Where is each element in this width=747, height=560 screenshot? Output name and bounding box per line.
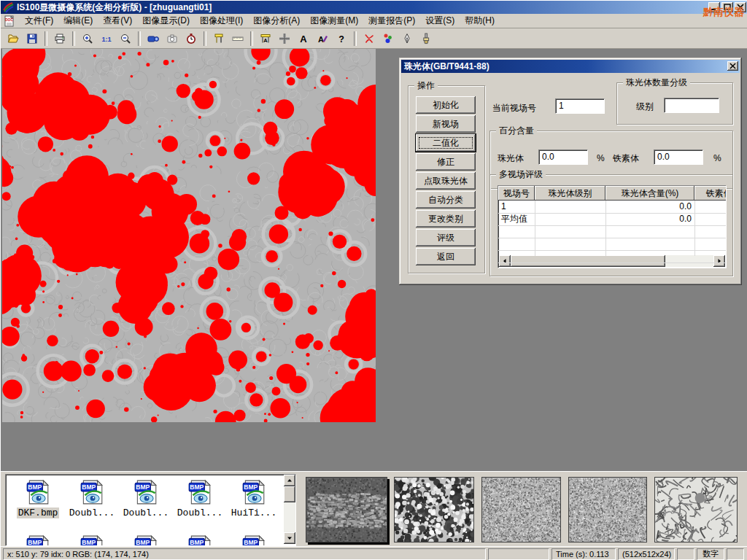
op-button-1[interactable]: 初始化 [416, 96, 476, 114]
scroll-left-button[interactable] [499, 255, 511, 267]
minimize-button[interactable] [708, 2, 720, 12]
file-item-partial[interactable]: BMP [228, 534, 280, 546]
pearlite-dialog: 珠光体(GB/T9441-88) 操作 初始化新视场二值化修正点取珠光体自动分类… [399, 58, 742, 285]
text-annotation-button[interactable]: A [294, 30, 313, 47]
file-item-HuiTi[interactable]: BMPHuiTi... [228, 479, 280, 518]
video-camera-button[interactable] [144, 30, 163, 47]
op-button-6[interactable]: 自动分类 [416, 191, 476, 209]
bmp-file-icon: BMP [25, 534, 51, 546]
count-grading-title: 珠光体数量分级 [623, 77, 690, 88]
op-button-9[interactable]: 返回 [416, 248, 476, 265]
op-button-4[interactable]: 修正 [416, 153, 476, 171]
file-item-Doubl[interactable]: BMPDoubl... [66, 479, 118, 518]
op-button-2[interactable]: 新视场 [416, 115, 476, 133]
menu-item-1[interactable]: 文件(F) [20, 13, 58, 28]
table-header-1[interactable]: 视场号 [498, 186, 535, 201]
svg-text:BMP: BMP [136, 483, 150, 491]
table-header-2[interactable]: 珠光体级别 [535, 186, 605, 201]
time-panel: Time (s): 0.113 [551, 548, 616, 560]
print-button[interactable] [50, 30, 69, 47]
file-item-DKFbmp[interactable]: BMPDKF.bmp [12, 479, 64, 518]
scroll-up-button[interactable] [284, 475, 295, 486]
open-file-button[interactable] [4, 30, 23, 47]
dialog-close-button[interactable] [727, 61, 738, 71]
scroll-thumb[interactable] [284, 486, 295, 502]
file-item-partial[interactable]: BMP [174, 534, 226, 546]
brush-tool-button[interactable] [417, 30, 436, 47]
menu-item-6[interactable]: 图像分析(A) [248, 13, 305, 28]
menu-item-10[interactable]: 帮助(H) [460, 13, 500, 28]
menu-item-9[interactable]: 设置(S) [420, 13, 460, 28]
ferrite-percent-input[interactable]: 0.0 [654, 149, 703, 165]
file-item-Doubl[interactable]: BMPDoubl... [120, 479, 172, 518]
curve-tool-button[interactable] [360, 30, 379, 47]
edit-annotation-button[interactable]: A [313, 30, 332, 47]
thumbnail-image [655, 478, 737, 542]
ferrite-percent-unit: % [713, 153, 721, 163]
multi-view-group: 多视场评级 视场号珠光体级别珠光体含量(%)铁素体含量(%)10.0平均值0.0 [489, 174, 733, 276]
current-view-input[interactable]: 1 [555, 98, 605, 114]
file-item-Doubl[interactable]: BMPDoubl... [174, 479, 226, 518]
file-list-scrollbar[interactable] [284, 475, 295, 544]
zoom-in-button[interactable] [78, 30, 97, 47]
svg-text:A: A [263, 37, 268, 44]
save-button[interactable] [23, 30, 42, 47]
scroll-right-button[interactable] [713, 255, 725, 267]
thumbnail-2[interactable] [394, 477, 474, 542]
pearlite-percent-unit: % [597, 153, 605, 163]
scroll-thumb[interactable] [511, 255, 665, 267]
scroll-down-button[interactable] [284, 532, 295, 544]
menu-item-2[interactable]: 编辑(E) [58, 13, 98, 28]
grid-line [535, 201, 535, 256]
op-button-5[interactable]: 点取珠光体 [416, 172, 476, 190]
menu-item-8[interactable]: 测量报告(P) [363, 13, 420, 28]
measure-label-button[interactable]: A [256, 30, 275, 47]
menu-item-4[interactable]: 图像显示(D) [137, 13, 195, 28]
table-horizontal-scrollbar[interactable] [499, 255, 725, 267]
file-item-partial[interactable]: BMP [12, 534, 64, 546]
thumbnail-4[interactable] [568, 477, 647, 542]
level-label: 级别 [636, 101, 654, 113]
file-item-partial[interactable]: BMP [66, 534, 118, 546]
thumbnail-1[interactable] [306, 477, 387, 542]
table-header-3[interactable]: 珠光体含量(%) [605, 186, 694, 201]
actual-size-button[interactable]: 1:1 [97, 30, 116, 47]
menu-item-5[interactable]: 图像处理(I) [195, 13, 248, 28]
maximize-button[interactable] [721, 2, 733, 12]
registration-icon [279, 33, 290, 44]
mdi-client-area: 珠光体(GB/T9441-88) 操作 初始化新视场二值化修正点取珠光体自动分类… [1, 49, 747, 471]
table-header-4[interactable]: 铁素体含量(%) [694, 186, 726, 201]
title-bar: IS100显微摄像系统(金相分析版) - [zhuguangti01] [1, 1, 747, 14]
level-input[interactable] [664, 98, 719, 113]
phase-particles-button[interactable] [379, 30, 398, 47]
file-browser[interactable]: BMPBMPBMPBMPBMPBMPHuiTi...BMPDoubl...BMP… [5, 474, 296, 546]
dialog-title-bar: 珠光体(GB/T9441-88) [401, 60, 740, 73]
op-button-8[interactable]: 评级 [416, 229, 476, 246]
menu-item-3[interactable]: 查看(V) [98, 13, 137, 28]
help-button[interactable]: ? [332, 30, 351, 47]
file-item-partial[interactable]: BMP [120, 534, 172, 546]
snapshot-button[interactable] [163, 30, 182, 47]
pearlite-label: 珠光体 [498, 152, 524, 165]
zoom-out-button[interactable] [116, 30, 135, 47]
pearlite-percent-input[interactable]: 0.0 [538, 149, 588, 165]
thumbnail-5[interactable] [654, 477, 738, 542]
multi-view-table[interactable]: 视场号珠光体级别珠光体含量(%)铁素体含量(%)10.0平均值0.0 [498, 185, 726, 268]
metallographic-image[interactable] [2, 49, 376, 422]
table-cell: 平均值 [498, 213, 535, 225]
thumbnail-image [482, 478, 560, 542]
op-button-3[interactable]: 二值化 [416, 134, 476, 152]
close-button[interactable] [735, 2, 746, 12]
timer-button[interactable] [182, 30, 201, 47]
registration-button[interactable] [275, 30, 294, 47]
grid-line [498, 262, 726, 263]
svg-text:DOC: DOC [5, 18, 14, 22]
table-cell: 0.0 [605, 201, 694, 213]
pen-tool-button[interactable] [398, 30, 417, 47]
caliper-button[interactable] [209, 30, 228, 47]
menu-item-7[interactable]: 图像测量(M) [305, 13, 363, 28]
op-button-7[interactable]: 更改类别 [416, 210, 476, 228]
pen-tool-icon [401, 33, 413, 44]
thumbnail-3[interactable] [481, 477, 561, 542]
ruler-button[interactable] [228, 30, 247, 47]
